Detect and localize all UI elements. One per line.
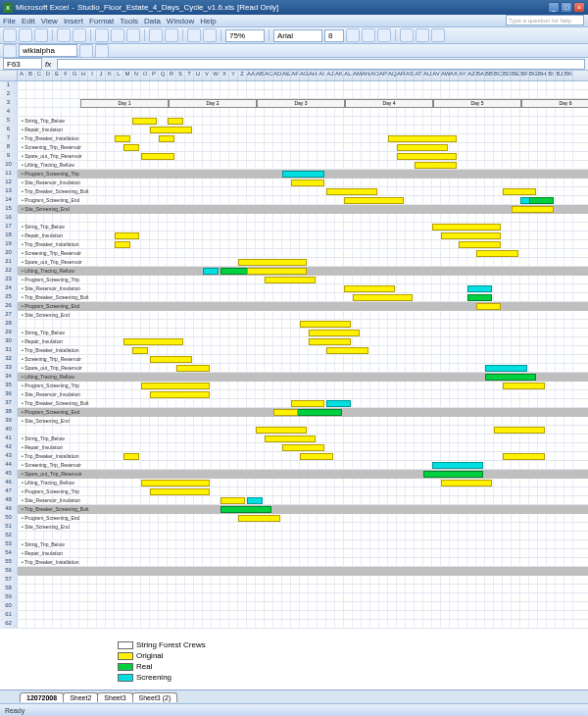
col-header[interactable]: BF — [520, 71, 529, 80]
gantt-bar[interactable] — [141, 480, 210, 486]
gantt-bar[interactable] — [115, 232, 139, 239]
row-header[interactable]: 7 — [0, 134, 18, 142]
row-header[interactable]: 40 — [0, 426, 18, 434]
gantt-bar[interactable] — [150, 356, 192, 363]
tool-button-2[interactable] — [95, 44, 109, 58]
row-header[interactable]: 57 — [0, 576, 18, 584]
gantt-bar[interactable] — [326, 347, 368, 354]
open-button[interactable] — [19, 28, 32, 42]
row-header[interactable]: 33 — [0, 364, 18, 372]
col-header[interactable]: AL — [344, 71, 353, 80]
col-header[interactable]: S — [176, 71, 185, 80]
menu-help[interactable]: Help — [200, 17, 216, 26]
row-header[interactable]: 25 — [0, 293, 18, 301]
minimize-button[interactable]: _ — [548, 2, 560, 13]
menu-file[interactable]: File — [3, 17, 16, 26]
gantt-bar[interactable] — [397, 144, 448, 151]
col-header[interactable]: L — [115, 71, 123, 80]
row-header[interactable]: 26 — [0, 302, 18, 310]
google-button[interactable] — [3, 44, 17, 58]
col-header[interactable]: AO — [370, 71, 379, 80]
col-header[interactable]: C — [35, 71, 44, 80]
row-header[interactable]: 39 — [0, 417, 18, 425]
col-header[interactable]: I — [88, 71, 97, 80]
underline-button[interactable] — [377, 28, 391, 42]
row-header[interactable]: 61 — [0, 611, 18, 619]
col-header[interactable]: AJ — [326, 71, 335, 80]
col-header[interactable]: N — [132, 71, 141, 80]
spreadsheet-grid[interactable]: ABCDEFGHIJKLMNOPQRSTUVWXYZAAABACADAEAFAG… — [0, 71, 588, 659]
gantt-bar[interactable] — [353, 294, 413, 301]
gantt-bar[interactable] — [415, 162, 457, 169]
preview-button[interactable] — [73, 28, 86, 42]
row-header[interactable]: 55 — [0, 558, 18, 566]
sheet-tab[interactable]: 12072008 — [20, 692, 64, 702]
undo-button[interactable] — [149, 28, 163, 42]
gantt-bar[interactable] — [256, 427, 307, 434]
col-header[interactable]: M — [123, 71, 132, 80]
gantt-bar[interactable] — [132, 118, 157, 125]
col-header[interactable]: AA — [247, 71, 256, 80]
row-header[interactable]: 46 — [0, 479, 18, 486]
row-header[interactable]: 59 — [0, 593, 18, 601]
select-all-cell[interactable] — [0, 71, 18, 80]
col-header[interactable]: BG — [529, 71, 538, 80]
row-header[interactable]: 51 — [0, 523, 18, 531]
col-header[interactable]: D — [44, 71, 53, 80]
col-header[interactable]: BI — [547, 71, 556, 80]
col-header[interactable]: AZ — [467, 71, 476, 80]
row-header[interactable]: 27 — [0, 311, 18, 319]
addon-box[interactable]: wikialpha — [19, 44, 77, 57]
row-header[interactable]: 21 — [0, 258, 18, 266]
col-header[interactable]: AR — [397, 71, 406, 80]
menu-tools[interactable]: Tools — [120, 17, 138, 26]
row-header[interactable]: 50 — [0, 514, 18, 522]
bold-button[interactable] — [346, 28, 360, 42]
col-header[interactable]: T — [185, 71, 194, 80]
font-size-box[interactable]: 8 — [324, 29, 344, 42]
col-header[interactable]: X — [220, 71, 229, 80]
row-header[interactable]: 54 — [0, 549, 18, 557]
col-header[interactable]: AV — [432, 71, 441, 80]
row-header[interactable]: 53 — [0, 540, 18, 548]
gantt-bar[interactable] — [265, 277, 316, 283]
row-header[interactable]: 38 — [0, 408, 18, 416]
zoom-box[interactable]: 75% — [225, 29, 265, 42]
col-header[interactable]: AX — [450, 71, 459, 80]
help-search-input[interactable]: Type a question for help — [506, 15, 584, 26]
col-header[interactable]: BC — [494, 71, 503, 80]
copy-button[interactable] — [111, 28, 124, 42]
cut-button[interactable] — [95, 28, 109, 42]
gantt-bar[interactable] — [123, 453, 139, 460]
gantt-bar[interactable] — [123, 144, 139, 151]
gantt-bar[interactable] — [238, 259, 307, 266]
align-left-button[interactable] — [400, 28, 414, 42]
row-header[interactable]: 4 — [0, 108, 18, 116]
col-header[interactable]: P — [150, 71, 159, 80]
row-header[interactable]: 3 — [0, 99, 18, 107]
row-header[interactable]: 22 — [0, 267, 18, 275]
menu-insert[interactable]: Insert — [64, 17, 83, 26]
row-header[interactable]: 9 — [0, 152, 18, 160]
row-header[interactable]: 56 — [0, 567, 18, 575]
col-header[interactable]: W — [212, 71, 220, 80]
col-header[interactable]: AH — [309, 71, 318, 80]
redo-button[interactable] — [165, 28, 178, 42]
gantt-bar[interactable] — [432, 224, 501, 230]
row-header[interactable]: 8 — [0, 143, 18, 151]
row-header[interactable]: 14 — [0, 196, 18, 204]
col-header[interactable]: BK — [564, 71, 573, 80]
row-header[interactable]: 13 — [0, 187, 18, 195]
col-header[interactable]: B — [26, 71, 35, 80]
gantt-bar[interactable] — [273, 409, 298, 416]
row-header[interactable]: 60 — [0, 602, 18, 610]
row-header[interactable]: 11 — [0, 170, 18, 178]
col-header[interactable]: AI — [318, 71, 326, 80]
row-header[interactable]: 47 — [0, 487, 18, 495]
row-header[interactable]: 6 — [0, 126, 18, 133]
col-header[interactable]: Q — [159, 71, 168, 80]
gantt-bar[interactable] — [291, 179, 324, 186]
tool-button[interactable] — [79, 44, 93, 58]
row-header[interactable]: 58 — [0, 585, 18, 592]
gantt-bar[interactable] — [441, 480, 492, 486]
